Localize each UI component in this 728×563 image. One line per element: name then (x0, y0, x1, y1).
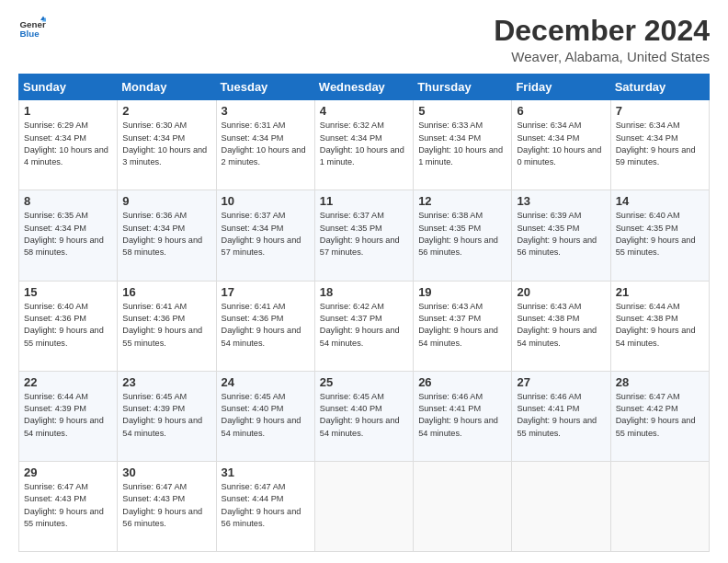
day-info: Sunrise: 6:47 AM Sunset: 4:43 PM Dayligh… (122, 481, 211, 530)
day-info: Sunrise: 6:34 AM Sunset: 4:34 PM Dayligh… (517, 120, 606, 168)
calendar-cell: 6Sunrise: 6:34 AM Sunset: 4:34 PM Daylig… (512, 100, 610, 190)
day-info: Sunrise: 6:40 AM Sunset: 4:35 PM Dayligh… (616, 210, 705, 259)
calendar-row-1: 1Sunrise: 6:29 AM Sunset: 4:34 PM Daylig… (19, 100, 710, 190)
calendar-cell: 15Sunrise: 6:40 AM Sunset: 4:36 PM Dayli… (19, 281, 118, 371)
day-info: Sunrise: 6:45 AM Sunset: 4:40 PM Dayligh… (320, 391, 409, 440)
calendar-cell: 28Sunrise: 6:47 AM Sunset: 4:42 PM Dayli… (610, 371, 709, 461)
calendar-cell: 21Sunrise: 6:44 AM Sunset: 4:38 PM Dayli… (610, 281, 709, 371)
day-number: 6 (517, 104, 606, 118)
day-info: Sunrise: 6:41 AM Sunset: 4:36 PM Dayligh… (122, 301, 211, 350)
day-info: Sunrise: 6:37 AM Sunset: 4:34 PM Dayligh… (222, 210, 311, 259)
day-info: Sunrise: 6:29 AM Sunset: 4:34 PM Dayligh… (24, 120, 113, 168)
calendar-cell: 8Sunrise: 6:35 AM Sunset: 4:34 PM Daylig… (19, 190, 118, 281)
day-info: Sunrise: 6:30 AM Sunset: 4:34 PM Dayligh… (122, 120, 211, 168)
subtitle: Weaver, Alabama, United States (494, 49, 710, 64)
logo: General Blue (18, 15, 46, 42)
calendar-row-5: 29Sunrise: 6:47 AM Sunset: 4:43 PM Dayli… (19, 461, 710, 551)
day-info: Sunrise: 6:34 AM Sunset: 4:34 PM Dayligh… (616, 120, 705, 168)
day-number: 29 (24, 465, 113, 479)
day-info: Sunrise: 6:35 AM Sunset: 4:34 PM Dayligh… (24, 210, 113, 259)
day-info: Sunrise: 6:39 AM Sunset: 4:35 PM Dayligh… (517, 210, 606, 259)
day-info: Sunrise: 6:47 AM Sunset: 4:43 PM Dayligh… (24, 481, 113, 530)
day-number: 25 (320, 375, 409, 389)
calendar-cell: 7Sunrise: 6:34 AM Sunset: 4:34 PM Daylig… (610, 100, 709, 190)
day-info: Sunrise: 6:45 AM Sunset: 4:40 PM Dayligh… (222, 391, 311, 440)
svg-text:Blue: Blue (20, 29, 40, 39)
col-sunday: Sunday (19, 75, 118, 100)
day-info: Sunrise: 6:46 AM Sunset: 4:41 PM Dayligh… (418, 391, 507, 440)
col-monday: Monday (118, 75, 216, 100)
calendar-table: Sunday Monday Tuesday Wednesday Thursday… (18, 74, 710, 552)
svg-text:General: General (20, 19, 47, 29)
calendar-cell: 12Sunrise: 6:38 AM Sunset: 4:35 PM Dayli… (414, 190, 512, 281)
day-info: Sunrise: 6:41 AM Sunset: 4:36 PM Dayligh… (222, 301, 311, 350)
day-number: 21 (616, 285, 705, 299)
day-info: Sunrise: 6:31 AM Sunset: 4:34 PM Dayligh… (222, 120, 311, 168)
day-info: Sunrise: 6:42 AM Sunset: 4:37 PM Dayligh… (320, 301, 409, 350)
calendar-cell (314, 461, 413, 551)
calendar-cell: 3Sunrise: 6:31 AM Sunset: 4:34 PM Daylig… (216, 100, 314, 190)
day-number: 23 (122, 375, 211, 389)
calendar-cell: 17Sunrise: 6:41 AM Sunset: 4:36 PM Dayli… (216, 281, 314, 371)
day-number: 24 (222, 375, 311, 389)
calendar-cell (512, 461, 610, 551)
day-info: Sunrise: 6:37 AM Sunset: 4:35 PM Dayligh… (320, 210, 409, 259)
header: General Blue December 2024 Weaver, Alaba… (18, 15, 710, 64)
logo-icon: General Blue (18, 15, 46, 42)
day-info: Sunrise: 6:32 AM Sunset: 4:34 PM Dayligh… (320, 120, 409, 168)
calendar-cell: 27Sunrise: 6:46 AM Sunset: 4:41 PM Dayli… (512, 371, 610, 461)
calendar-cell: 31Sunrise: 6:47 AM Sunset: 4:44 PM Dayli… (216, 461, 314, 551)
day-info: Sunrise: 6:33 AM Sunset: 4:34 PM Dayligh… (418, 120, 507, 168)
day-info: Sunrise: 6:44 AM Sunset: 4:39 PM Dayligh… (24, 391, 113, 440)
day-info: Sunrise: 6:45 AM Sunset: 4:39 PM Dayligh… (122, 391, 211, 440)
calendar-cell (610, 461, 709, 551)
day-info: Sunrise: 6:43 AM Sunset: 4:38 PM Dayligh… (517, 301, 606, 350)
day-info: Sunrise: 6:43 AM Sunset: 4:37 PM Dayligh… (418, 301, 507, 350)
day-number: 31 (222, 465, 311, 479)
day-number: 19 (418, 285, 507, 299)
day-number: 7 (616, 104, 705, 118)
calendar-row-4: 22Sunrise: 6:44 AM Sunset: 4:39 PM Dayli… (19, 371, 710, 461)
calendar-cell: 4Sunrise: 6:32 AM Sunset: 4:34 PM Daylig… (314, 100, 413, 190)
calendar-cell: 23Sunrise: 6:45 AM Sunset: 4:39 PM Dayli… (118, 371, 216, 461)
calendar-cell: 13Sunrise: 6:39 AM Sunset: 4:35 PM Dayli… (512, 190, 610, 281)
calendar-cell: 1Sunrise: 6:29 AM Sunset: 4:34 PM Daylig… (19, 100, 118, 190)
calendar-cell: 24Sunrise: 6:45 AM Sunset: 4:40 PM Dayli… (216, 371, 314, 461)
calendar-row-3: 15Sunrise: 6:40 AM Sunset: 4:36 PM Dayli… (19, 281, 710, 371)
day-number: 2 (122, 104, 211, 118)
calendar-cell: 20Sunrise: 6:43 AM Sunset: 4:38 PM Dayli… (512, 281, 610, 371)
calendar-row-2: 8Sunrise: 6:35 AM Sunset: 4:34 PM Daylig… (19, 190, 710, 281)
calendar-cell: 2Sunrise: 6:30 AM Sunset: 4:34 PM Daylig… (118, 100, 216, 190)
day-number: 10 (222, 194, 311, 208)
day-number: 18 (320, 285, 409, 299)
col-tuesday: Tuesday (216, 75, 314, 100)
day-number: 13 (517, 194, 606, 208)
page: General Blue December 2024 Weaver, Alaba… (0, 0, 728, 563)
day-number: 4 (320, 104, 409, 118)
day-number: 5 (418, 104, 507, 118)
day-number: 15 (24, 285, 113, 299)
day-info: Sunrise: 6:38 AM Sunset: 4:35 PM Dayligh… (418, 210, 507, 259)
day-number: 28 (616, 375, 705, 389)
calendar-cell: 30Sunrise: 6:47 AM Sunset: 4:43 PM Dayli… (118, 461, 216, 551)
calendar-cell: 22Sunrise: 6:44 AM Sunset: 4:39 PM Dayli… (19, 371, 118, 461)
day-number: 16 (122, 285, 211, 299)
day-number: 11 (320, 194, 409, 208)
calendar-cell: 5Sunrise: 6:33 AM Sunset: 4:34 PM Daylig… (414, 100, 512, 190)
day-number: 30 (122, 465, 211, 479)
day-number: 20 (517, 285, 606, 299)
day-info: Sunrise: 6:44 AM Sunset: 4:38 PM Dayligh… (616, 301, 705, 350)
calendar-cell: 25Sunrise: 6:45 AM Sunset: 4:40 PM Dayli… (314, 371, 413, 461)
day-number: 22 (24, 375, 113, 389)
day-number: 12 (418, 194, 507, 208)
day-number: 8 (24, 194, 113, 208)
day-number: 1 (24, 104, 113, 118)
day-info: Sunrise: 6:46 AM Sunset: 4:41 PM Dayligh… (517, 391, 606, 440)
col-saturday: Saturday (610, 75, 709, 100)
day-info: Sunrise: 6:47 AM Sunset: 4:42 PM Dayligh… (616, 391, 705, 440)
calendar-cell: 26Sunrise: 6:46 AM Sunset: 4:41 PM Dayli… (414, 371, 512, 461)
calendar-cell: 29Sunrise: 6:47 AM Sunset: 4:43 PM Dayli… (19, 461, 118, 551)
day-info: Sunrise: 6:47 AM Sunset: 4:44 PM Dayligh… (222, 481, 311, 530)
day-number: 17 (222, 285, 311, 299)
col-thursday: Thursday (414, 75, 512, 100)
